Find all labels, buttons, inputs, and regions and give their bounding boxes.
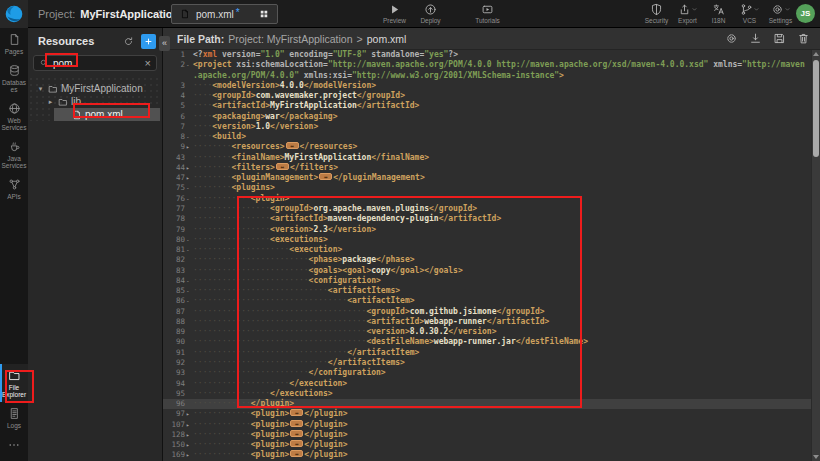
- security-button[interactable]: Security: [643, 3, 670, 24]
- folded-code-pill[interactable]: ↔: [290, 409, 303, 416]
- folded-code-pill[interactable]: ↔: [290, 430, 303, 437]
- code-line-89[interactable]: 89····································<v…: [163, 327, 811, 337]
- code-line-2[interactable]: 2-<project xsi:schemaLocation="http://ma…: [163, 60, 811, 70]
- code-line-88[interactable]: 88····································<a…: [163, 317, 811, 327]
- folded-code-pill[interactable]: ↔: [290, 450, 303, 457]
- folded-code-pill[interactable]: ↔: [319, 173, 332, 180]
- sidebar-item-pages[interactable]: Pages: [0, 28, 28, 59]
- code-line-96[interactable]: 96············</plugin>: [163, 399, 811, 409]
- code-area[interactable]: 1<?xml version="1.0" encoding="UTF-8" st…: [163, 50, 811, 461]
- code-line-91[interactable]: 91································</arti…: [163, 348, 811, 358]
- tree-caret-icon[interactable]: ▸: [46, 98, 55, 106]
- fold-toggle[interactable]: ▸: [185, 409, 193, 419]
- code-line-75[interactable]: 75-········<plugins>: [163, 183, 811, 193]
- sidebar-more-button[interactable]: [0, 433, 28, 461]
- tutorials-button[interactable]: Tutorials: [474, 3, 501, 24]
- fold-toggle[interactable]: -: [185, 245, 193, 255]
- code-line-95[interactable]: 95················</executions>: [163, 389, 811, 399]
- sidebar-item-web-services[interactable]: Web Services: [0, 97, 28, 135]
- code-line-47[interactable]: 47▸········<pluginManagement>↔</pluginMa…: [163, 173, 811, 183]
- clear-search-icon[interactable]: ×: [145, 58, 151, 69]
- search-input[interactable]: [53, 58, 141, 69]
- save-file-button[interactable]: [773, 32, 786, 45]
- tab-pom-xml[interactable]: pom.xml *: [171, 4, 278, 24]
- grid-icon[interactable]: [259, 9, 269, 19]
- app-logo[interactable]: [0, 0, 28, 28]
- fold-toggle[interactable]: ▸: [185, 440, 193, 450]
- export-button[interactable]: Export: [674, 3, 701, 24]
- fold-toggle[interactable]: ▸: [185, 142, 193, 152]
- tree-item-MyFirstApplication[interactable]: ▾MyFirstApplication: [28, 82, 162, 95]
- sidebar-item-databases[interactable]: Databases: [0, 59, 28, 97]
- code-line-94[interactable]: 94····················</execution>: [163, 379, 811, 389]
- code-line-86[interactable]: 86-································<arti…: [163, 296, 811, 306]
- folded-code-pill[interactable]: ↔: [290, 420, 303, 427]
- scrollbar-thumb[interactable]: [813, 60, 819, 157]
- scroll-down-arrow-icon[interactable]: [813, 455, 819, 459]
- code-line-81[interactable]: 81-····················<execution>: [163, 245, 811, 255]
- sidebar-item-file-explorer[interactable]: File Explorer: [0, 364, 28, 402]
- code-line-8[interactable]: 8-····<build>: [163, 132, 811, 142]
- sidebar-item-java-services[interactable]: Java Services: [0, 135, 28, 173]
- settings-button[interactable]: Settings: [767, 3, 794, 24]
- code-line-97[interactable]: 97▸············<plugin>↔</plugin>: [163, 409, 811, 419]
- add-resource-button[interactable]: [141, 34, 156, 49]
- vcs-button[interactable]: VCS: [736, 3, 763, 24]
- tree-item-lib[interactable]: ▸lib: [28, 95, 162, 108]
- code-line-92[interactable]: 92····························</artifact…: [163, 358, 811, 368]
- tree-item-pom.xml[interactable]: pom.xml: [54, 108, 160, 121]
- fold-toggle[interactable]: -: [185, 235, 193, 245]
- fold-toggle[interactable]: -: [185, 132, 193, 142]
- code-line-107[interactable]: 107▸············<plugin>↔</plugin>: [163, 420, 811, 430]
- avatar[interactable]: JS: [796, 4, 815, 23]
- code-line-44[interactable]: 44▸········<filters>↔</filters>: [163, 163, 811, 173]
- code-line-80[interactable]: 80-················<executions>: [163, 235, 811, 245]
- code-line-93[interactable]: 93························</configuratio…: [163, 368, 811, 378]
- code-line-1[interactable]: 1<?xml version="1.0" encoding="UTF-8" st…: [163, 50, 811, 60]
- code-line-128[interactable]: 128▸············<plugin>↔</plugin>: [163, 430, 811, 440]
- code-line-4[interactable]: 4····<groupId>com.wavemaker.project</gro…: [163, 91, 811, 101]
- fold-toggle[interactable]: ▸: [185, 173, 193, 183]
- preview-button[interactable]: Preview: [381, 3, 408, 24]
- code-line-79[interactable]: 79················<version>2.3</version>: [163, 225, 811, 235]
- code-line-wrap[interactable]: .apache.org/POM/4.0.0" xmlns:xsi="http:/…: [163, 71, 811, 81]
- code-line-83[interactable]: 83························<goals><goal>c…: [163, 266, 811, 276]
- code-line-78[interactable]: 78················<artifactId>maven-depe…: [163, 214, 811, 224]
- code-line-3[interactable]: 3····<modelVersion>4.0.0</modelVersion>: [163, 81, 811, 91]
- fold-toggle[interactable]: ▸: [185, 450, 193, 460]
- scroll-up-arrow-icon[interactable]: [813, 52, 819, 56]
- editor-settings-button[interactable]: [725, 32, 738, 45]
- code-line-90[interactable]: 90····································<d…: [163, 337, 811, 347]
- code-line-6[interactable]: 6····<packaging>war</packaging>: [163, 112, 811, 122]
- code-line-82[interactable]: 82························<phase>package…: [163, 255, 811, 265]
- collapse-panel-button[interactable]: «: [159, 36, 170, 51]
- fold-toggle[interactable]: -: [185, 286, 193, 296]
- code-line-84[interactable]: 84-························<configuratio…: [163, 276, 811, 286]
- fold-toggle[interactable]: ▸: [185, 420, 193, 430]
- code-line-5[interactable]: 5····<artifactId>MyFirstApplication</art…: [163, 101, 811, 111]
- code-line-85[interactable]: 85-····························<artifact…: [163, 286, 811, 296]
- code-line-76[interactable]: 76-············<plugin>: [163, 194, 811, 204]
- refresh-icon[interactable]: [123, 36, 134, 47]
- fold-toggle[interactable]: -: [185, 296, 193, 306]
- i18n-button[interactable]: I18N: [705, 3, 732, 24]
- fold-toggle[interactable]: ▸: [185, 430, 193, 440]
- folded-code-pill[interactable]: ↔: [276, 163, 289, 170]
- deploy-button[interactable]: Deploy: [417, 3, 444, 24]
- folded-code-pill[interactable]: ↔: [290, 440, 303, 447]
- download-file-button[interactable]: [749, 32, 762, 45]
- fold-toggle[interactable]: -: [185, 60, 193, 70]
- code-line-87[interactable]: 87····································<g…: [163, 307, 811, 317]
- code-line-43[interactable]: 43········<finalName>MyFirstApplication<…: [163, 153, 811, 163]
- tree-caret-icon[interactable]: ▾: [36, 85, 45, 93]
- fold-toggle[interactable]: -: [185, 194, 193, 204]
- delete-file-button[interactable]: [797, 32, 810, 45]
- code-line-150[interactable]: 150▸············<plugin>↔</plugin>: [163, 440, 811, 450]
- code-line-9[interactable]: 9▸········<resources>↔</resources>: [163, 142, 811, 152]
- fold-toggle[interactable]: ▸: [185, 163, 193, 173]
- fold-toggle[interactable]: -: [185, 183, 193, 193]
- fold-toggle[interactable]: -: [185, 276, 193, 286]
- folded-code-pill[interactable]: ↔: [286, 142, 299, 149]
- code-line-7[interactable]: 7····<version>1.0</version>: [163, 122, 811, 132]
- sidebar-item-apis[interactable]: APIs: [0, 173, 28, 204]
